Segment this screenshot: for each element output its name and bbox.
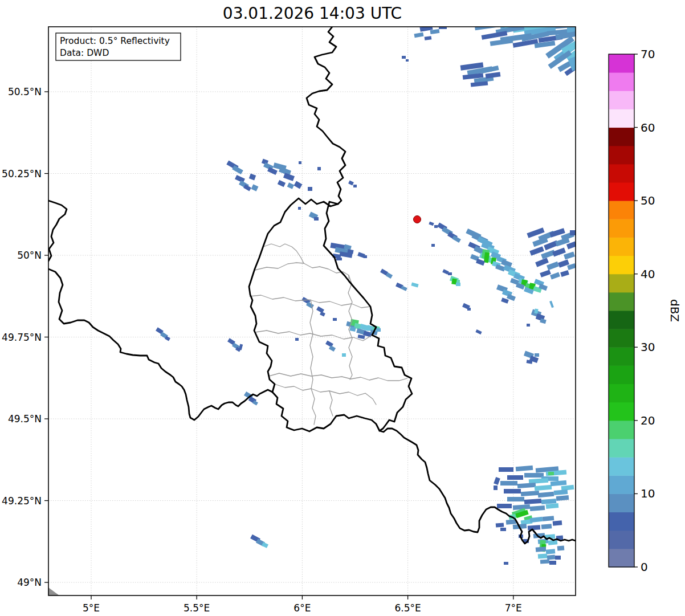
figure-title: 03.01.2026 14:03 UTC <box>223 4 402 23</box>
colorbar-segment <box>609 531 634 549</box>
radar-echo-cell <box>524 499 541 504</box>
colorbar-segment <box>609 457 634 476</box>
radar-echo-cell <box>516 466 533 472</box>
radar-echo-cell <box>495 264 505 272</box>
radar-echo-cell <box>467 308 471 311</box>
radar-echo-cell <box>376 328 381 332</box>
radar-echo-cell <box>475 329 482 334</box>
canton-border <box>311 389 376 405</box>
radar-echo-cell <box>547 554 556 560</box>
radar-echo-cell <box>538 492 554 497</box>
radar-echo-cell <box>524 473 544 478</box>
radar-echo-cell <box>549 301 554 308</box>
radar-echo-cell <box>317 167 321 170</box>
weather-radar-figure: 5°E5.5°E6°E6.5°E7°E50.5°N50.25°N50°N49.7… <box>0 0 685 616</box>
y-tick-label: 49°N <box>17 577 42 588</box>
colorbar-layer: 010203040506070 <box>609 47 655 574</box>
radar-echo-cell <box>540 270 551 278</box>
radar-echo-cell <box>546 503 559 509</box>
colorbar-tick-label: 50 <box>641 194 655 207</box>
radar-echo-cell <box>411 283 418 288</box>
radar-echo-cell <box>287 182 294 189</box>
colorbar-tick-label: 10 <box>641 487 655 500</box>
radar-echo-cell <box>316 306 324 313</box>
radar-site-marker <box>414 216 421 223</box>
radar-echo-cell <box>494 486 498 490</box>
canton-border <box>263 244 304 263</box>
radar-map-canvas: 5°E5.5°E6°E6.5°E7°E50.5°N50.25°N50°N49.7… <box>0 0 685 616</box>
colorbar-unit-label: dBZ <box>668 299 682 322</box>
radar-echo-cell <box>348 181 354 186</box>
canton-border <box>275 384 311 390</box>
x-tick-label: 6°E <box>293 602 311 614</box>
frame-layer <box>48 27 576 595</box>
colorbar-segment <box>609 72 634 91</box>
radar-echo-cell <box>530 505 545 511</box>
radar-echo-cell <box>499 467 513 472</box>
radar-echo-cell <box>364 255 367 258</box>
radar-echo-cell <box>429 222 434 226</box>
radar-echo-cell <box>535 353 539 357</box>
radar-echo-cell <box>564 251 575 259</box>
radar-echo-cell <box>504 562 508 565</box>
colorbar-tick-label: 20 <box>641 414 655 427</box>
colorbar-tick-label: 70 <box>641 47 655 61</box>
colorbar-segment <box>609 54 634 73</box>
colorbar-segment <box>609 402 634 421</box>
national-border <box>249 198 412 431</box>
radar-echo-cell <box>278 180 286 187</box>
radar-echo-cell <box>333 318 337 321</box>
colorbar-tick-label: 30 <box>641 340 655 354</box>
radar-echo-cell <box>540 319 546 324</box>
radar-echo-cell <box>434 225 438 228</box>
colorbar-segment <box>609 109 634 128</box>
data-source-label: Data: DWD <box>60 48 109 58</box>
colorbar-segment <box>609 219 634 238</box>
canton-border <box>310 300 316 425</box>
colorbar-segment <box>609 475 634 494</box>
y-tick-label: 49.75°N <box>2 332 42 343</box>
radar-echo-cell <box>406 59 409 62</box>
radar-echo-cell <box>541 524 552 529</box>
radar-echo-cell <box>557 545 565 550</box>
colorbar-segment <box>609 421 634 439</box>
colorbar-segment <box>609 237 634 256</box>
radar-echo-cell <box>342 353 346 357</box>
radar-echo-cell <box>528 525 541 531</box>
colorbar-segment <box>609 201 634 219</box>
radar-echo-cell <box>547 262 559 270</box>
colorbar-segment <box>609 311 634 329</box>
y-tick-label: 50.25°N <box>2 168 42 180</box>
radar-echo-cell <box>320 312 325 317</box>
x-tick-label: 5°E <box>83 602 100 614</box>
tick-layer: 5°E5.5°E6°E6.5°E7°E50.5°N50.25°N50°N49.7… <box>2 86 522 614</box>
radar-echo-cell <box>494 477 500 485</box>
y-tick-label: 50°N <box>17 250 42 261</box>
colorbar-tick-label: 60 <box>641 121 655 134</box>
colorbar-segment <box>609 91 634 109</box>
radar-echo-cell <box>560 270 569 277</box>
canton-border <box>269 373 407 381</box>
colorbar-segment <box>609 347 634 366</box>
radar-echo-cell <box>294 181 303 189</box>
colorbar-segment <box>609 292 634 311</box>
radar-echo-cell <box>546 549 556 554</box>
canton-border <box>255 263 304 270</box>
radar-echo-cell <box>540 559 549 564</box>
colorbar-segment <box>609 146 634 165</box>
x-tick-label: 6.5°E <box>394 602 421 614</box>
colorbar-segment <box>609 512 634 531</box>
radar-echo-cell <box>538 553 548 558</box>
radar-echo-cell <box>507 497 524 501</box>
radar-echo-cell <box>497 504 512 508</box>
radar-echo-cell <box>535 485 552 491</box>
radar-echo-cell <box>414 32 424 38</box>
colorbar-segment <box>609 439 634 458</box>
colorbar-segment <box>609 549 634 568</box>
grid-layer <box>48 27 576 595</box>
plot-frame <box>48 27 576 595</box>
canton-border <box>329 391 333 416</box>
radar-echo-cell <box>527 324 530 327</box>
y-tick-label: 49.25°N <box>2 495 42 507</box>
radar-echo-cell <box>425 36 432 40</box>
